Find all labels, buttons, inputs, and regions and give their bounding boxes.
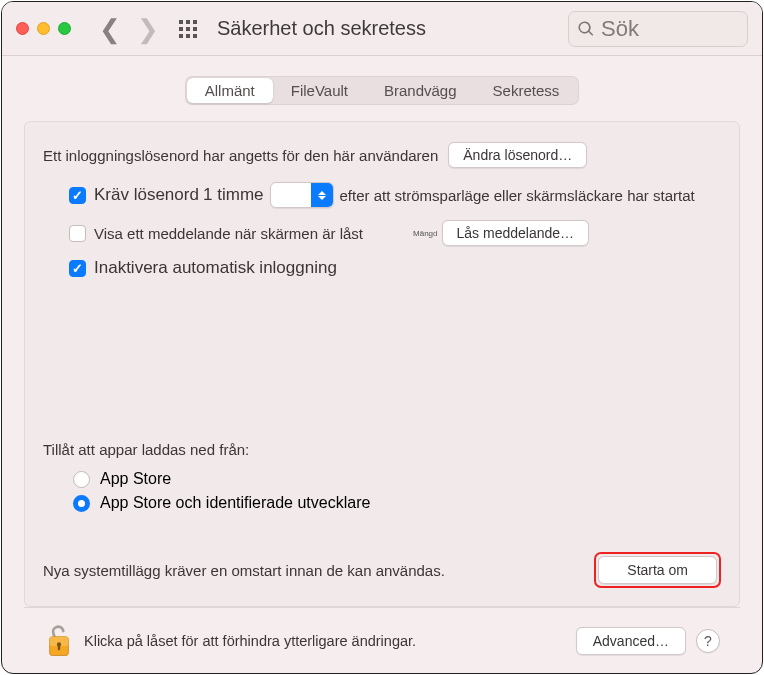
show-message-row: Visa ett meddelande när skärmen är låst … — [69, 220, 721, 246]
titlebar: ❮ ❯ Säkerhet och sekretess Sök — [2, 2, 762, 56]
general-panel: Ett inloggningslösenord har angetts för … — [24, 121, 740, 607]
require-password-suffix: efter att strömsparläge eller skärmsläck… — [340, 187, 695, 204]
window-title: Säkerhet och sekretess — [217, 17, 426, 40]
require-password-interval: 1 timme — [203, 185, 263, 205]
window-controls — [16, 22, 71, 35]
restart-button[interactable]: Starta om — [598, 556, 717, 584]
disable-autologin-row: Inaktivera automatisk inloggning — [69, 258, 721, 278]
tab-filevault[interactable]: FileVault — [273, 78, 366, 103]
minimize-button[interactable] — [37, 22, 50, 35]
show-message-checkbox[interactable] — [69, 225, 86, 242]
lock-hint-text: Klicka på låset för att förhindra ytterl… — [84, 633, 416, 649]
change-password-button[interactable]: Ändra lösenord… — [448, 142, 587, 168]
show-message-label: Visa ett meddelande när skärmen är låst — [94, 225, 363, 242]
svg-rect-7 — [186, 34, 190, 38]
password-set-row: Ett inloggningslösenord har angetts för … — [43, 142, 721, 168]
require-password-row: Kräv lösenord 1 timme efter att strömspa… — [69, 182, 721, 208]
tiny-label: Mängd — [413, 229, 437, 238]
restart-highlight: Starta om — [594, 552, 721, 588]
svg-rect-12 — [58, 645, 60, 650]
allow-apps-identified-radio[interactable] — [73, 495, 90, 512]
svg-rect-5 — [193, 27, 197, 31]
require-password-dropdown[interactable] — [270, 182, 334, 208]
svg-rect-0 — [179, 20, 183, 24]
allow-apps-appstore-radio[interactable] — [73, 471, 90, 488]
help-button[interactable]: ? — [696, 629, 720, 653]
allow-apps-identified-label: App Store och identifierade utvecklare — [100, 494, 370, 512]
allow-apps-title: Tillåt att appar laddas ned från: — [43, 441, 721, 458]
require-password-checkbox[interactable] — [69, 187, 86, 204]
svg-rect-4 — [186, 27, 190, 31]
advanced-button[interactable]: Advanced… — [576, 627, 686, 655]
disable-autologin-checkbox[interactable] — [69, 260, 86, 277]
svg-rect-3 — [179, 27, 183, 31]
tab-firewall[interactable]: Brandvägg — [366, 78, 475, 103]
search-field[interactable]: Sök — [568, 11, 748, 47]
nav-forward-button[interactable]: ❯ — [129, 16, 167, 42]
set-lock-message-button[interactable]: Lås meddelande… — [442, 220, 590, 246]
show-all-prefs-button[interactable] — [179, 20, 197, 38]
allow-apps-identified-row: App Store och identifierade utvecklare — [73, 494, 721, 512]
search-icon — [577, 20, 595, 38]
allow-apps-appstore-row: App Store — [73, 470, 721, 488]
restart-notice-row: Nya systemtillägg kräver en omstart inna… — [43, 552, 721, 588]
lock-open-icon — [45, 624, 73, 658]
chevron-updown-icon — [311, 183, 333, 207]
svg-rect-8 — [193, 34, 197, 38]
window: ❮ ❯ Säkerhet och sekretess Sök Allmänt F… — [1, 1, 763, 674]
svg-rect-2 — [193, 20, 197, 24]
nav-back-button[interactable]: ❮ — [91, 16, 129, 42]
disable-autologin-label: Inaktivera automatisk inloggning — [94, 258, 337, 278]
tab-privacy[interactable]: Sekretess — [475, 78, 578, 103]
search-placeholder: Sök — [601, 18, 639, 40]
allow-apps-appstore-label: App Store — [100, 470, 171, 488]
tab-bar: Allmänt FileVault Brandvägg Sekretess — [185, 76, 580, 105]
tab-general[interactable]: Allmänt — [187, 78, 273, 103]
svg-rect-6 — [179, 34, 183, 38]
restart-notice-text: Nya systemtillägg kräver en omstart inna… — [43, 562, 445, 579]
content: Allmänt FileVault Brandvägg Sekretess Et… — [2, 56, 762, 673]
password-set-label: Ett inloggningslösenord har angetts för … — [43, 147, 438, 164]
require-password-prefix: Kräv lösenord — [94, 185, 199, 205]
lock-button[interactable] — [44, 623, 74, 659]
zoom-button[interactable] — [58, 22, 71, 35]
footer: Klicka på låset för att förhindra ytterl… — [24, 607, 740, 673]
close-button[interactable] — [16, 22, 29, 35]
grid-icon — [179, 20, 197, 38]
svg-rect-1 — [186, 20, 190, 24]
